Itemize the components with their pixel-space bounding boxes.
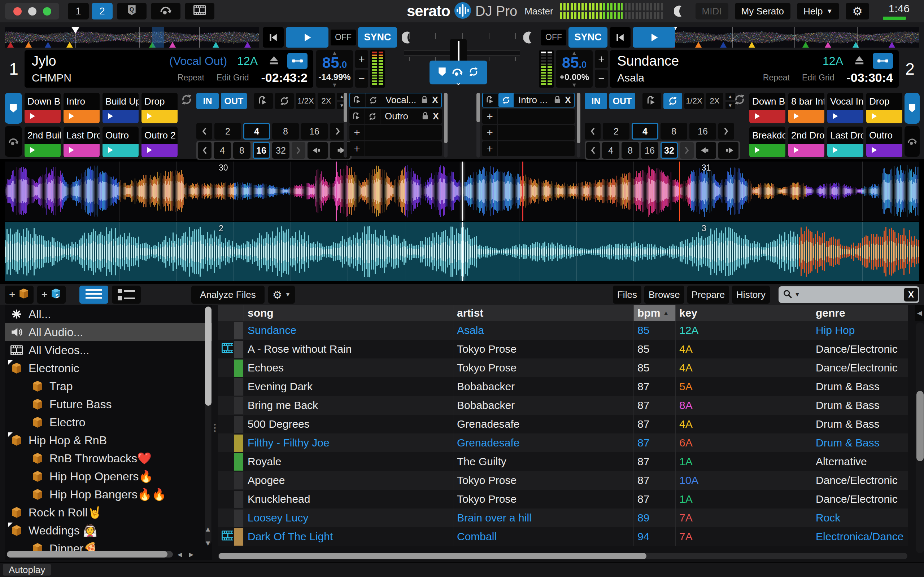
detail-view-button[interactable]: [112, 285, 141, 304]
table-horizontal-scrollbar-thumb[interactable]: [219, 553, 646, 559]
deck1-beatgrid-link-button[interactable]: [287, 53, 307, 69]
my-serato-button[interactable]: My Serato: [735, 3, 791, 19]
beat-value-button[interactable]: 4: [214, 142, 231, 159]
column-header-song[interactable]: song: [244, 305, 453, 321]
add-crate-button[interactable]: +: [5, 285, 34, 304]
deck2-bpm-down-icon[interactable]: ▼: [571, 83, 577, 87]
deck2-loop-in-button[interactable]: IN: [585, 93, 607, 109]
hot-cue-pad[interactable]: Build Up: [102, 93, 139, 123]
deck1-reloop-icon[interactable]: [181, 94, 194, 107]
track-row[interactable]: Dark Of The LightComball947AElectronica/…: [218, 527, 908, 546]
beat-value-button[interactable]: 16: [641, 142, 658, 159]
expand-triangle-icon[interactable]: [8, 432, 13, 437]
tab-history[interactable]: History: [732, 285, 770, 304]
sidebar-item[interactable]: Trap: [5, 377, 212, 395]
beatjump-forward-button[interactable]: [718, 142, 738, 159]
hot-cue-pad[interactable]: Outro 2: [142, 127, 178, 157]
minimize-window-button[interactable]: [28, 7, 36, 16]
hot-cue-pad[interactable]: Down B: [24, 93, 61, 123]
sidebar-item[interactable]: Electro: [5, 413, 212, 431]
sidebar-item[interactable]: Hip Hop Openers🔥: [5, 467, 212, 485]
deck2-sync-button[interactable]: SYNC: [569, 27, 607, 48]
sidebar-vertical-scrollbar[interactable]: [205, 306, 212, 545]
beat-value-button[interactable]: 16: [253, 142, 270, 159]
cue-marker-icon[interactable]: [25, 42, 32, 48]
panel-chevron-down-icon[interactable]: ⌄: [455, 80, 462, 85]
sidebar-item[interactable]: Future Bass: [5, 395, 212, 413]
cue-marker-icon[interactable]: [244, 42, 251, 48]
cue-marker-icon[interactable]: [45, 42, 51, 48]
beat-value-button[interactable]: 2: [215, 123, 241, 140]
empty-loop-slot[interactable]: +: [349, 141, 442, 156]
hot-cue-pad[interactable]: Vocal In: [827, 93, 863, 123]
sidebar-item[interactable]: RnB Throwbacks❤️: [5, 449, 212, 467]
add-smart-crate-button[interactable]: + S: [37, 285, 66, 304]
scrollbar-thumb[interactable]: [7, 551, 168, 558]
saved-loops-scrollbar-left[interactable]: [477, 93, 480, 158]
cue-marker-icon[interactable]: [695, 42, 702, 48]
cue-marker-icon[interactable]: [749, 42, 755, 48]
column-header-key[interactable]: key: [676, 305, 812, 321]
scroll-up-icon[interactable]: ▲: [204, 525, 212, 533]
lock-icon[interactable]: [422, 111, 428, 121]
lock-icon[interactable]: [554, 95, 561, 105]
maximize-window-button[interactable]: [43, 7, 51, 16]
saved-loops-scrollbar-right[interactable]: [444, 93, 447, 158]
beat-next-button[interactable]: [718, 123, 734, 140]
add-loop-button[interactable]: +: [482, 141, 498, 156]
scrollbar-thumb[interactable]: [477, 93, 480, 122]
hot-cue-pad[interactable]: 2nd Buil: [24, 127, 61, 157]
sidebar-item[interactable]: Rock n Roll🤘: [5, 503, 212, 521]
deck1-back-to-start-button[interactable]: [263, 27, 284, 48]
column-header-bpm[interactable]: bpm▲: [634, 305, 676, 321]
deck2-bend-down-button[interactable]: −: [595, 69, 608, 88]
deck2-play-button[interactable]: [633, 27, 675, 48]
deck2-loops-mode-button[interactable]: [905, 126, 920, 157]
cue-marker-icon[interactable]: [213, 42, 219, 48]
loop-slot-play-icon[interactable]: [483, 93, 498, 107]
lock-icon[interactable]: [421, 95, 428, 105]
video-panel-button[interactable]: [185, 3, 215, 19]
beat-value-button[interactable]: 4: [602, 142, 619, 159]
add-loop-button[interactable]: +: [349, 125, 365, 140]
table-collapse-button[interactable]: ◀: [915, 305, 924, 321]
scrollbar-thumb[interactable]: [344, 93, 347, 122]
expand-triangle-icon[interactable]: [8, 522, 13, 527]
beat-next-button[interactable]: [680, 142, 694, 159]
hot-cue-pad[interactable]: Drop: [866, 93, 902, 123]
beat-value-button[interactable]: 8: [661, 123, 687, 140]
cue-marker-icon[interactable]: [853, 42, 859, 48]
track-row[interactable]: SundanceAsala8512AHip Hop: [218, 321, 908, 340]
deck1-bend-down-button[interactable]: −: [355, 69, 368, 88]
loop-slot-play-icon[interactable]: [350, 93, 366, 107]
tab-files[interactable]: Files: [613, 285, 641, 304]
cue-marker-icon[interactable]: [720, 42, 727, 48]
sidebar-item[interactable]: Hip Hop Bangers🔥🔥: [5, 485, 212, 503]
delete-loop-button[interactable]: X: [433, 111, 439, 122]
beat-value-button[interactable]: 8: [233, 142, 250, 159]
deck2-bend-up-button[interactable]: +: [595, 50, 608, 68]
hot-cue-pad[interactable]: Down B: [749, 93, 785, 123]
hot-cue-pad[interactable]: 2nd Dro: [788, 127, 824, 157]
cue-marker-icon[interactable]: [66, 42, 73, 48]
sidebar-item[interactable]: Electronic: [5, 359, 212, 377]
beat-value-button[interactable]: 32: [272, 142, 289, 159]
deck1-loops-mode-button[interactable]: [5, 126, 22, 157]
hot-cue-pad[interactable]: Last Drc: [63, 127, 100, 157]
column-header-genre[interactable]: genre: [812, 305, 908, 321]
analyze-files-button[interactable]: Analyze Files: [191, 285, 265, 304]
search-filter-caret-icon[interactable]: ▼: [795, 292, 800, 298]
beat-value-button[interactable]: 4: [632, 123, 658, 140]
beatjump-back-button[interactable]: [696, 142, 716, 159]
add-loop-button[interactable]: +: [349, 141, 365, 156]
beat-value-button[interactable]: 2: [603, 123, 630, 140]
sampler-panel-button[interactable]: [151, 3, 181, 19]
deck2-loop-slot-play-icon[interactable]: [643, 93, 661, 109]
scroll-left-button[interactable]: ◀: [175, 551, 184, 558]
deck1-main-waveform[interactable]: 30 31: [5, 161, 919, 221]
loop-slot-loop-icon[interactable]: [366, 93, 381, 107]
deck1-loop-active-icon[interactable]: [275, 93, 294, 109]
tab-prepare[interactable]: Prepare: [687, 285, 729, 304]
sidebar-item[interactable]: All Audio...: [5, 323, 212, 341]
deck1-keylock-off-button[interactable]: OFF: [331, 29, 356, 45]
